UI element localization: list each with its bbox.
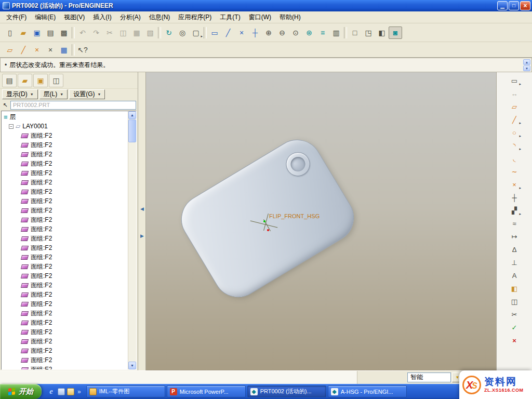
line-tool-icon[interactable]: ╱: [508, 114, 521, 126]
minimize-button[interactable]: ▁: [497, 1, 508, 10]
expand-right-icon[interactable]: ▶: [140, 233, 144, 238]
dropdown-button[interactable]: 显示(D)▼: [2, 89, 38, 99]
spline-tool-icon[interactable]: ∼: [508, 166, 521, 178]
paste-special-icon[interactable]: ▧: [143, 26, 157, 39]
ie-icon[interactable]: e: [47, 387, 56, 396]
start-button[interactable]: 开始: [0, 384, 42, 399]
message-scroll-down-icon[interactable]: ▼: [523, 65, 530, 71]
zoom-fit-icon[interactable]: ⊙: [289, 26, 302, 39]
select-box-icon[interactable]: ▢: [189, 26, 203, 39]
scrollbar-thumb[interactable]: [128, 119, 136, 142]
cut-icon[interactable]: ✂: [103, 26, 116, 39]
dropdown-button[interactable]: 层(L)▼: [39, 89, 68, 99]
point-filter-icon[interactable]: ×: [44, 44, 57, 56]
layers-icon[interactable]: ≡: [316, 26, 329, 39]
sketch-plane-icon[interactable]: ▱: [3, 44, 17, 56]
menu-item[interactable]: 分析(A): [116, 12, 145, 23]
dimension-icon[interactable]: ↦: [508, 231, 521, 243]
open-file-icon[interactable]: ▰: [17, 26, 30, 39]
save-icon[interactable]: ▣: [30, 26, 44, 39]
paste-icon[interactable]: ▦: [130, 26, 143, 39]
layer-tree-item[interactable]: 面组:F2: [2, 150, 128, 159]
undo-icon[interactable]: ↶: [76, 26, 89, 39]
collapse-icon[interactable]: −: [9, 124, 14, 129]
copy-icon[interactable]: ◫: [116, 26, 130, 39]
layer-tree-group[interactable]: − ▱ LAY0001: [2, 122, 128, 131]
menu-item[interactable]: 帮助(H): [275, 12, 305, 23]
layer-copy-icon[interactable]: ◫: [49, 74, 63, 87]
menu-item[interactable]: 工具(T): [216, 12, 244, 23]
wireframe-icon[interactable]: □: [348, 26, 362, 39]
circle-tool-icon[interactable]: ○: [508, 127, 521, 139]
use-edge-icon[interactable]: ▞: [508, 205, 521, 217]
selection-display[interactable]: PRT0002.PRT: [10, 101, 136, 110]
datum-point-toggle-icon[interactable]: ×: [235, 26, 248, 39]
layer-tree-item[interactable]: 面组:F2: [2, 346, 128, 355]
menu-item[interactable]: 信息(N): [145, 12, 175, 23]
select-region-icon[interactable]: ▭: [508, 75, 521, 87]
layer-tree-item[interactable]: 面组:F2: [2, 271, 128, 281]
arc-tool-icon[interactable]: ◝: [508, 140, 521, 152]
datum-csys-toggle-icon[interactable]: ┼: [248, 26, 262, 39]
layer-tree-item[interactable]: 面组:F2: [2, 243, 128, 252]
find-icon[interactable]: ◎: [176, 26, 189, 39]
layer-tree-item[interactable]: 面组:F2: [2, 327, 128, 337]
layer-tree-item[interactable]: 面组:F2: [2, 224, 128, 234]
context-help-icon[interactable]: ↖?: [76, 44, 89, 56]
coordinate-system[interactable]: FLIP_FRONT_HSG: [245, 206, 307, 243]
pan-zoom-icon[interactable]: ↔: [508, 88, 521, 100]
zoom-out-icon[interactable]: ⊖: [275, 26, 289, 39]
menu-item[interactable]: 窗口(W): [245, 12, 275, 23]
layer-tree-item[interactable]: 面组:F2: [2, 215, 128, 224]
message-scroll-up-icon[interactable]: ▲: [523, 59, 530, 65]
hidden-line-icon[interactable]: ◳: [362, 26, 375, 39]
no-hidden-icon[interactable]: ◧: [375, 26, 389, 39]
collapse-left-icon[interactable]: ◀: [140, 206, 144, 211]
quick-launch-icon[interactable]: [58, 388, 65, 395]
layer-tree-item[interactable]: 面组:F2: [2, 337, 128, 346]
datum-axis-toggle-icon[interactable]: ╱: [221, 26, 235, 39]
scroll-down-icon[interactable]: ▼: [128, 362, 136, 369]
layer-tree-root[interactable]: ≡ 层: [2, 112, 128, 122]
shaded-icon[interactable]: ◙: [389, 26, 402, 39]
erase-display-icon[interactable]: ▩: [57, 26, 71, 39]
palette-icon[interactable]: ◧: [508, 283, 521, 295]
offset-edge-icon[interactable]: ≈: [508, 218, 521, 230]
panel-splitter[interactable]: ◀ ▶: [139, 72, 146, 370]
layer-tree-item[interactable]: 面组:F2: [2, 262, 128, 271]
layer-tree-item[interactable]: 面组:F2: [2, 187, 128, 196]
menu-item[interactable]: 编辑(E): [31, 12, 60, 23]
close-button[interactable]: ×: [520, 1, 530, 10]
csys-tool-icon[interactable]: ┼: [508, 192, 521, 204]
menu-item[interactable]: 应用程序(P): [174, 12, 216, 23]
layer-tree-item[interactable]: 面组:F2: [2, 196, 128, 206]
task-button[interactable]: ◆ A-HSG - Pro/ENGI...: [328, 385, 407, 397]
sketch-line-icon[interactable]: ╱: [17, 44, 30, 56]
layer-folder-icon[interactable]: ▰: [18, 74, 32, 87]
graphics-viewport[interactable]: FLIP_FRONT_HSG: [146, 72, 496, 370]
grid-window-icon[interactable]: ▦: [57, 44, 71, 56]
layer-tree-item[interactable]: 面组:F2: [2, 365, 128, 369]
layer-tree-item[interactable]: 面组:F2: [2, 140, 128, 150]
fillet-tool-icon[interactable]: ◟: [508, 153, 521, 165]
done-icon[interactable]: ✓: [508, 322, 521, 334]
tree-view-icon[interactable]: ▤: [2, 74, 17, 87]
layer-tree-item[interactable]: 面组:F2: [2, 299, 128, 309]
layer-display-icon[interactable]: ▣: [33, 74, 48, 87]
view-manager-icon[interactable]: ▥: [329, 26, 343, 39]
menu-item[interactable]: 视图(V): [60, 12, 89, 23]
layer-tree-item[interactable]: 面组:F2: [2, 206, 128, 215]
maximize-button[interactable]: □: [509, 1, 519, 10]
layer-tree-item[interactable]: 面组:F2: [2, 252, 128, 262]
zoom-in-icon[interactable]: ⊕: [262, 26, 275, 39]
mirror-icon[interactable]: ◫: [508, 296, 521, 308]
redo-icon[interactable]: ↷: [89, 26, 103, 39]
tree-scrollbar[interactable]: ▲ ▼: [128, 111, 136, 369]
new-file-icon[interactable]: ▯: [3, 26, 17, 39]
regenerate-icon[interactable]: ↻: [162, 26, 176, 39]
selection-filter-combo[interactable]: 智能: [407, 373, 451, 382]
trim-icon[interactable]: ✂: [508, 309, 521, 321]
layer-tree-item[interactable]: 面组:F2: [2, 168, 128, 178]
point-cross-icon[interactable]: ×: [30, 44, 44, 56]
task-button[interactable]: P Microsoft PowerP...: [167, 385, 246, 397]
